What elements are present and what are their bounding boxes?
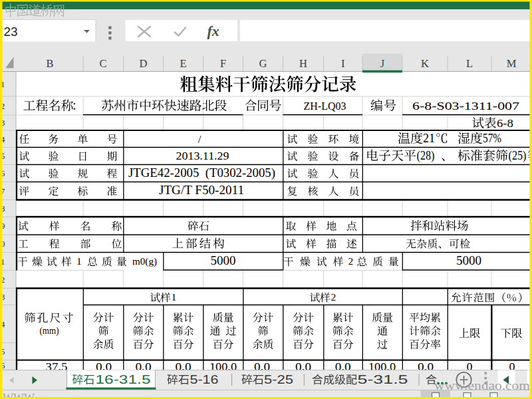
svg-text:G: G (259, 57, 267, 70)
svg-text:K: K (421, 57, 429, 70)
svg-text:www.endao.com: www.endao.com (434, 378, 530, 392)
svg-text:(25): (25) (509, 149, 527, 163)
svg-text:5-16: 5-16 (190, 372, 219, 386)
svg-text:ZH-LQ03: ZH-LQ03 (304, 99, 346, 112)
svg-text:C: C (99, 57, 106, 70)
svg-text:F: F (220, 57, 226, 70)
svg-text:6-8: 6-8 (497, 117, 513, 130)
svg-text:J: J (380, 57, 385, 70)
svg-text:I: I (341, 57, 345, 70)
svg-text:23: 23 (4, 25, 18, 39)
svg-text:L: L (466, 57, 473, 70)
svg-text:6-8-S03-1311-007: 6-8-S03-1311-007 (412, 99, 519, 112)
svg-text:5-25: 5-25 (264, 372, 293, 386)
svg-text:57%: 57% (483, 132, 501, 145)
svg-text:2: 2 (348, 255, 354, 267)
svg-text:1: 1 (172, 291, 177, 303)
svg-text:/: / (198, 133, 201, 146)
svg-text:JTG/T F50-2011: JTG/T F50-2011 (159, 184, 244, 197)
svg-text:5-31.5: 5-31.5 (358, 372, 408, 386)
svg-text:(mm): (mm) (40, 325, 59, 336)
svg-text:21: 21 (423, 132, 435, 145)
svg-text:2013.11.29: 2013.11.29 (176, 150, 229, 162)
svg-text:fx: fx (207, 23, 219, 39)
svg-text:B: B (46, 57, 53, 70)
svg-text:2: 2 (331, 291, 336, 303)
svg-text:(28): (28) (417, 149, 435, 163)
svg-text:M: M (507, 57, 517, 70)
svg-text:16-31.5: 16-31.5 (96, 372, 151, 386)
svg-text:JTGE42-2005 (T0302-2005): JTGE42-2005 (T0302-2005) (128, 166, 275, 180)
svg-text:5000: 5000 (456, 254, 481, 267)
svg-text:D: D (140, 57, 148, 70)
svg-text:1: 1 (76, 255, 82, 267)
svg-text:m0(g): m0(g) (132, 255, 157, 267)
svg-text:E: E (180, 57, 186, 70)
svg-text:H: H (299, 57, 307, 70)
svg-text:5000: 5000 (211, 254, 236, 267)
